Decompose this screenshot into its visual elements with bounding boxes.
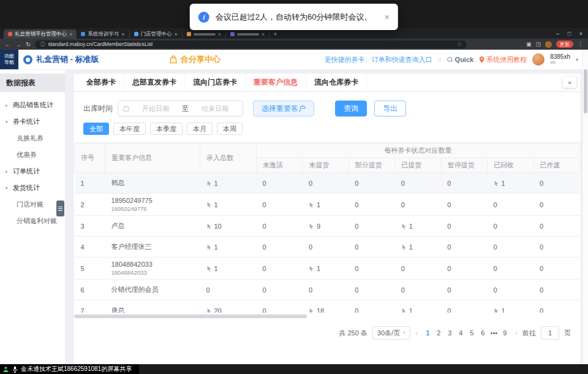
- export-button[interactable]: 导出: [374, 101, 406, 116]
- table-row[interactable]: 2 18950249775 18950249775: [75, 194, 580, 216]
- browser-tab[interactable]: 礼盒营销平台管理中心 ×: [4, 29, 77, 39]
- content-tab[interactable]: 全部券卡: [78, 74, 124, 91]
- pointer-icon[interactable]: [206, 265, 213, 272]
- window-close-button[interactable]: ×: [575, 31, 587, 37]
- pointer-icon[interactable]: [401, 308, 407, 313]
- content-tab[interactable]: 流向门店券卡: [185, 74, 246, 91]
- pointer-icon[interactable]: [401, 223, 407, 229]
- tab-close-icon[interactable]: ×: [262, 31, 265, 37]
- browser-tab[interactable]: 门店管理中心 ×: [130, 29, 183, 39]
- scrollbar-thumb[interactable]: [584, 69, 587, 113]
- pointer-icon[interactable]: [206, 202, 213, 208]
- pointer-icon[interactable]: [309, 202, 315, 208]
- table-row[interactable]: 7 唐总: [75, 300, 580, 313]
- content-tab[interactable]: 流向仓库券卡: [306, 74, 367, 91]
- sidebar-item[interactable]: 兑换礼券: [0, 130, 65, 147]
- minimize-button[interactable]: –: [552, 31, 564, 37]
- pointer-icon[interactable]: [206, 244, 213, 250]
- table-row[interactable]: 4 客户经理张三: [75, 237, 580, 258]
- browser-update-button[interactable]: 更新: [556, 40, 573, 48]
- extensions-icon[interactable]: ◳: [535, 41, 541, 47]
- pointer-icon[interactable]: [309, 308, 315, 313]
- pointer-icon[interactable]: [206, 180, 213, 186]
- search-button[interactable]: 查询: [335, 101, 367, 116]
- content-tab[interactable]: 重要客户信息: [246, 74, 306, 91]
- new-tab-button[interactable]: +: [273, 30, 277, 37]
- panel-collapse-button[interactable]: »: [563, 77, 576, 88]
- horizontal-scrollbar[interactable]: [74, 314, 580, 319]
- quick-filter-pill[interactable]: 本季度: [150, 123, 183, 135]
- share-center-link[interactable]: 合分享中心: [169, 54, 221, 65]
- sidebar-item[interactable]: ▾券卡统计: [0, 113, 65, 130]
- quick-filter-pill[interactable]: 本月: [187, 123, 213, 135]
- browser-menu-icon[interactable]: ⋮: [578, 41, 583, 47]
- tab-close-icon[interactable]: ×: [175, 31, 178, 37]
- page-number-button[interactable]: •••: [488, 329, 499, 337]
- page-number-button[interactable]: 4: [455, 329, 466, 337]
- sidebar-item[interactable]: 优惠券: [0, 147, 65, 163]
- bookmark-star-icon[interactable]: ☆: [457, 41, 462, 47]
- user-menu-caret-icon[interactable]: ▾: [576, 57, 578, 63]
- side-panel-icon[interactable]: ▣: [526, 41, 532, 47]
- sidebar-item[interactable]: ▸订单统计: [0, 163, 65, 180]
- browser-tab[interactable]: 系统培训学习 ×: [77, 29, 129, 39]
- sidebar-item[interactable]: 分销返利对账: [0, 213, 65, 229]
- microphone-icon[interactable]: [12, 366, 18, 373]
- tab-close-icon[interactable]: ×: [218, 31, 221, 37]
- page-number-button[interactable]: 3: [444, 329, 455, 337]
- page-number-button[interactable]: 5: [466, 329, 477, 337]
- favicon-icon: [8, 32, 12, 36]
- maximize-button[interactable]: □: [564, 31, 575, 37]
- prev-page-button[interactable]: ‹: [415, 329, 418, 337]
- quick-filter-pill[interactable]: 本周: [217, 123, 243, 135]
- quick-filter-pill[interactable]: 本年度: [113, 123, 146, 135]
- next-page-button[interactable]: ›: [515, 329, 518, 337]
- page-number-button[interactable]: 9: [499, 329, 510, 337]
- pointer-icon[interactable]: [309, 223, 315, 229]
- customer-phone: 18950249775: [111, 205, 200, 212]
- user-meta[interactable]: 8385xh xh: [550, 53, 570, 66]
- pointer-icon[interactable]: [494, 308, 500, 313]
- select-customer-button[interactable]: 选择重要客户: [253, 101, 314, 116]
- browser-tab[interactable]: ×: [226, 29, 270, 39]
- table-row[interactable]: 6 分销代理的会员: [75, 280, 580, 300]
- table-row[interactable]: 5 18048842033 18048842033: [75, 258, 580, 280]
- close-icon[interactable]: ×: [384, 12, 390, 22]
- reload-icon[interactable]: ↻: [26, 41, 31, 48]
- sidebar-collapse-handle[interactable]: [56, 200, 64, 216]
- scrollbar-thumb[interactable]: [74, 315, 307, 318]
- tab-close-icon[interactable]: ×: [121, 31, 124, 37]
- browser-tab[interactable]: ×: [183, 29, 226, 39]
- content-tab[interactable]: 总部直发券卡: [124, 74, 185, 91]
- pointer-icon[interactable]: [206, 223, 213, 229]
- vertical-scrollbar[interactable]: [582, 50, 588, 364]
- person-icon[interactable]: [2, 366, 9, 373]
- site-info-icon[interactable]: ⓘ: [40, 41, 45, 48]
- pointer-icon[interactable]: [494, 180, 500, 186]
- function-nav-button[interactable]: 功能 导航: [0, 50, 18, 69]
- quick-filter-pill[interactable]: 全部: [83, 123, 109, 135]
- sidebar-item[interactable]: 门店对账: [0, 196, 65, 213]
- pointer-icon[interactable]: [401, 244, 407, 250]
- goto-page-input[interactable]: [541, 326, 559, 340]
- table-row[interactable]: 3 卢总: [75, 216, 580, 237]
- pointer-icon[interactable]: [206, 308, 213, 313]
- quick-search[interactable]: Quick: [447, 56, 474, 63]
- pointer-icon[interactable]: [309, 265, 315, 272]
- date-range-input[interactable]: 开始日期 至 结束日期: [118, 101, 243, 116]
- tab-close-icon[interactable]: ×: [69, 31, 72, 37]
- page-number-button[interactable]: 2: [433, 329, 444, 337]
- sidebar-item[interactable]: ▸商品销售统计: [0, 97, 65, 113]
- page-size-select[interactable]: 30条/页 ▾: [372, 326, 410, 340]
- tutorial-link[interactable]: 系统使用教程: [479, 55, 527, 64]
- page-number-button[interactable]: 6: [477, 329, 488, 337]
- back-icon[interactable]: ←: [5, 41, 11, 48]
- quick-entry-link[interactable]: 更快捷的券卡、订单和快递查询入口: [325, 55, 432, 64]
- profile-avatar[interactable]: [545, 41, 552, 48]
- table-row[interactable]: 1 韩总: [75, 173, 580, 194]
- url-field[interactable]: ⓘ standard.maboy.cn/CardMemberStatistics…: [35, 40, 467, 48]
- user-avatar[interactable]: [532, 53, 545, 66]
- forward-icon[interactable]: →: [15, 41, 21, 48]
- page-number-button[interactable]: 1: [422, 329, 433, 337]
- sidebar-item[interactable]: ▾发货统计: [0, 180, 65, 196]
